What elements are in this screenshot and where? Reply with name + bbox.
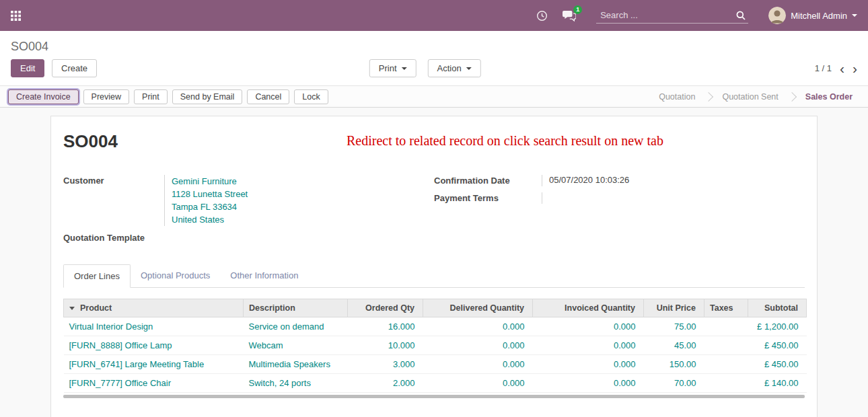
cell-invoiced-qty: 0.000 — [533, 336, 644, 355]
cell-unit-price: 70.00 — [644, 374, 704, 393]
cell-subtotal: £ 140.00 — [748, 374, 807, 393]
col-subtotal[interactable]: Subtotal — [748, 299, 807, 317]
cell-product: [FURN_7777] Office Chair — [64, 374, 244, 393]
chevron-down-icon — [402, 67, 407, 70]
notebook-tabs: Order Lines Optional Products Other Info… — [63, 264, 805, 288]
cancel-button[interactable]: Cancel — [247, 89, 289, 104]
cell-product: [FURN_8888] Office Lamp — [64, 336, 244, 355]
col-invoiced-qty[interactable]: Invoiced Quantity — [533, 299, 644, 317]
field-groups: Customer Gemini Furniture 1128 Lunetta S… — [63, 175, 805, 243]
customer-address-line: 1128 Lunetta Street — [172, 188, 407, 200]
search-box — [596, 7, 748, 24]
create-button[interactable]: Create — [52, 59, 97, 77]
statusbar: Create Invoice Preview Print Send by Ema… — [0, 85, 868, 108]
cell-delivered-qty: 0.000 — [423, 374, 533, 393]
stage-quotation-sent[interactable]: Quotation Sent — [712, 92, 788, 102]
cell-product: [FURN_6741] Large Meeting Table — [64, 355, 244, 374]
customer-address-line: Tampa FL 33634 — [172, 200, 407, 213]
cell-description: Multimedia Speakers — [244, 355, 348, 374]
cell-taxes — [704, 355, 748, 374]
lock-button[interactable]: Lock — [294, 89, 328, 104]
order-line-row[interactable]: [FURN_7777] Office Chair Switch, 24 port… — [64, 374, 807, 393]
chevron-down-icon — [466, 67, 472, 70]
confirmation-date-value: 05/07/2020 10:03:26 — [542, 175, 687, 186]
status-pipeline: Quotation Quotation Sent Sales Order — [649, 92, 863, 102]
customer-address-line: United States — [172, 213, 407, 226]
sheet-header: SO004 Redirect to related record on clic… — [63, 131, 805, 152]
column-toggle-icon[interactable] — [69, 307, 75, 310]
action-menu-button[interactable]: Action — [428, 59, 481, 77]
cell-taxes — [704, 374, 748, 393]
tab-other-information[interactable]: Other Information — [220, 264, 308, 288]
print-menu-button[interactable]: Print — [369, 59, 417, 77]
payment-terms-label: Payment Terms — [434, 192, 542, 204]
col-description[interactable]: Description — [244, 299, 348, 317]
messages-icon[interactable]: 1 — [563, 10, 576, 22]
col-ordered-qty[interactable]: Ordered Qty — [348, 299, 423, 317]
col-taxes[interactable]: Taxes — [704, 299, 748, 317]
order-line-row[interactable]: [FURN_8888] Office Lamp Webcam 10.000 0.… — [64, 336, 807, 355]
order-line-row[interactable]: [FURN_6741] Large Meeting Table Multimed… — [64, 355, 807, 374]
cell-delivered-qty: 0.000 — [423, 317, 533, 336]
tab-optional-products[interactable]: Optional Products — [131, 264, 220, 288]
pager-value[interactable]: 1 / 1 — [815, 63, 832, 73]
cell-delivered-qty: 0.000 — [423, 336, 533, 355]
pager-previous-icon[interactable]: ‹ — [840, 61, 844, 75]
cell-ordered-qty: 16.000 — [348, 317, 423, 336]
stage-quotation[interactable]: Quotation — [649, 92, 705, 102]
activities-clock-icon[interactable] — [536, 10, 548, 22]
message-count-badge: 1 — [573, 5, 582, 14]
order-line-row[interactable]: Virtual Interior Design Service on deman… — [64, 317, 807, 336]
print-button[interactable]: Print — [134, 89, 168, 104]
cell-description: Switch, 24 ports — [244, 374, 348, 393]
cell-delivered-qty: 0.000 — [423, 355, 533, 374]
send-by-email-button[interactable]: Send by Email — [172, 89, 243, 104]
horizontal-scrollbar[interactable] — [63, 395, 805, 398]
statusbar-buttons: Create Invoice Preview Print Send by Ema… — [8, 89, 328, 104]
payment-terms-value — [542, 192, 687, 204]
cell-subtotal: £ 1,200.00 — [748, 317, 807, 336]
cell-subtotal: £ 450.00 — [748, 336, 807, 355]
quotation-template-value — [164, 232, 407, 243]
create-invoice-button[interactable]: Create Invoice — [8, 89, 79, 104]
user-menu[interactable]: Mitchell Admin — [768, 7, 857, 24]
order-title: SO004 — [63, 131, 118, 152]
customer-label: Customer — [63, 175, 164, 226]
top-navbar: 1 Mitchell Admin — [0, 0, 868, 31]
cell-unit-price: 150.00 — [644, 355, 704, 374]
avatar — [768, 7, 786, 24]
cell-invoiced-qty: 0.000 — [533, 355, 644, 374]
cell-ordered-qty: 2.000 — [348, 374, 423, 393]
chevron-down-icon — [852, 14, 857, 17]
cell-unit-price: 75.00 — [644, 317, 704, 336]
cell-product: Virtual Interior Design — [64, 317, 244, 336]
cell-invoiced-qty: 0.000 — [533, 374, 644, 393]
cell-description: Service on demand — [244, 317, 348, 336]
pager-next-icon[interactable]: › — [853, 61, 857, 75]
form-view: SO004 Redirect to related record on clic… — [0, 108, 868, 417]
edit-button[interactable]: Edit — [11, 59, 44, 77]
cell-invoiced-qty: 0.000 — [533, 317, 644, 336]
cell-ordered-qty: 10.000 — [348, 336, 423, 355]
stage-sales-order[interactable]: Sales Order — [795, 92, 863, 102]
tab-order-lines[interactable]: Order Lines — [63, 264, 131, 288]
apps-menu-icon[interactable] — [11, 11, 21, 21]
preview-button[interactable]: Preview — [83, 89, 129, 104]
customer-link[interactable]: Gemini Furniture — [172, 175, 407, 188]
col-unit-price[interactable]: Unit Price — [644, 299, 704, 317]
sheet: SO004 Redirect to related record on clic… — [50, 116, 818, 417]
cell-subtotal: £ 450.00 — [748, 355, 807, 374]
customer-value: Gemini Furniture 1128 Lunetta Street Tam… — [164, 175, 407, 226]
search-icon[interactable] — [736, 11, 746, 20]
cell-unit-price: 45.00 — [644, 336, 704, 355]
quotation-template-label: Quotation Template — [63, 232, 164, 243]
user-name: Mitchell Admin — [791, 11, 847, 21]
col-delivered-qty[interactable]: Delivered Quantity — [423, 299, 533, 317]
col-product[interactable]: Product — [64, 299, 244, 317]
col-product-label: Product — [80, 303, 112, 313]
search-input[interactable] — [599, 9, 736, 21]
table-header-row: Product Description Ordered Qty Delivere… — [64, 299, 807, 317]
breadcrumb-row: SO004 — [0, 31, 868, 58]
control-panel: Edit Create Print Action 1 / 1 ‹ › — [0, 58, 868, 85]
cell-ordered-qty: 3.000 — [348, 355, 423, 374]
